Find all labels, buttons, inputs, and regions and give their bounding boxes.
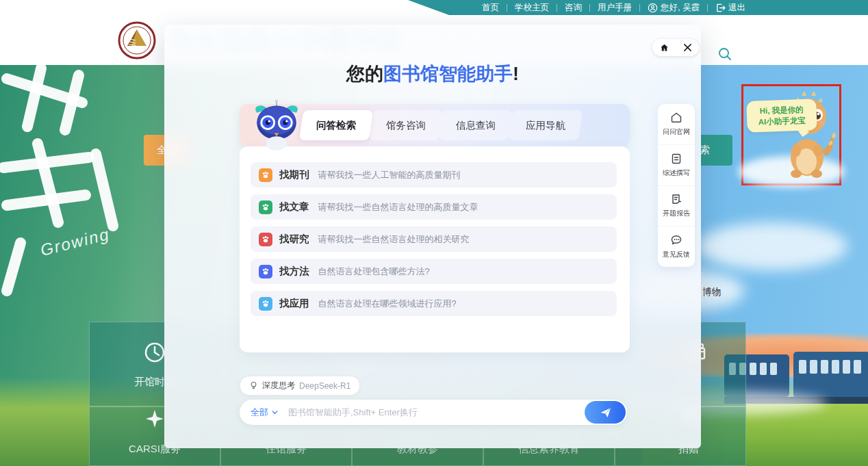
user-icon <box>648 3 658 13</box>
close-button[interactable] <box>683 43 692 52</box>
tab-label: 信息查询 <box>456 119 496 132</box>
mascot-speech-bubble: Hi, 我是你的 AI小助手龙宝 <box>746 99 817 133</box>
tab-label: 应用导航 <box>526 119 565 132</box>
paw-icon <box>259 200 272 214</box>
logout-icon <box>715 3 726 13</box>
mascot-highlight-box: Hi, 我是你的 AI小助手龙宝 <box>741 84 841 185</box>
assistant-tabs: 问答检索 馆务咨询 信息查询 应用导航 <box>301 110 580 140</box>
paw-icon <box>259 297 272 311</box>
clock-icon <box>142 340 167 365</box>
university-seal-logo <box>118 21 156 60</box>
nav-home[interactable]: 首页 <box>474 2 507 14</box>
toolbar-label: 问问官网 <box>663 127 690 137</box>
model-name: DeepSeek-R1 <box>299 381 350 391</box>
suggestions-card: 找期刊 请帮我找一些人工智能的高质量期刊 找文章 请帮我找一些自然语言处理的高质… <box>240 146 630 352</box>
lightbulb-icon <box>249 381 258 390</box>
bubble-line-2: AI小助手龙宝 <box>750 114 815 127</box>
chat-input[interactable] <box>287 406 585 418</box>
suggestion-desc: 请帮我找一些自然语言处理的相关研究 <box>318 233 470 246</box>
home-icon <box>659 42 669 53</box>
star-icon <box>144 409 165 429</box>
greeting-text: 您好, 吴霞 <box>661 2 700 14</box>
suggestion-desc: 自然语言处理在哪些领域进行应用? <box>318 298 457 310</box>
suggestion-find-articles[interactable]: 找文章 请帮我找一些自然语言处理的高质量文章 <box>251 194 617 220</box>
toolbar-label: 开题报告 <box>663 209 690 218</box>
modal-title: 您的图书馆智能助手! <box>164 62 701 86</box>
nav-school-homepage[interactable]: 学校主页 <box>507 2 557 14</box>
search-icon[interactable] <box>717 47 732 62</box>
toolbar-label: 意见反馈 <box>663 250 690 259</box>
send-button[interactable] <box>585 401 626 424</box>
tab-label: 馆务咨询 <box>386 119 426 132</box>
report-icon <box>670 193 682 205</box>
paw-icon <box>259 168 272 182</box>
close-icon <box>683 43 692 52</box>
deep-think-label: 深度思考 <box>262 380 295 391</box>
cloud <box>697 222 847 270</box>
title-highlight: 图书馆智能助手 <box>383 64 513 84</box>
logout-button[interactable]: 退出 <box>708 2 753 14</box>
owl-robot-avatar <box>244 99 309 151</box>
suggestion-label: 找文章 <box>279 200 309 213</box>
tab-qa-search[interactable]: 问答检索 <box>301 110 371 140</box>
nav-user-manual[interactable]: 用户手册 <box>590 2 639 14</box>
title-bang: ! <box>513 64 519 84</box>
home-button[interactable] <box>659 42 669 53</box>
suggestion-find-research[interactable]: 找研究 请帮我找一些自然语言处理的相关研究 <box>251 226 617 252</box>
feedback-icon <box>670 234 682 246</box>
paper-plane-icon <box>600 407 611 418</box>
suggestion-label: 找方法 <box>279 265 309 278</box>
search-submit-button[interactable]: 索 <box>697 135 732 166</box>
tab-info-query[interactable]: 信息查询 <box>441 110 511 140</box>
chevron-down-icon <box>272 411 278 415</box>
document-icon <box>670 153 682 165</box>
suggestion-desc: 请帮我找一些人工智能的高质量期刊 <box>318 169 461 181</box>
suggestion-label: 找期刊 <box>279 168 309 181</box>
museum-link-fragment[interactable]: 博物 <box>702 286 721 298</box>
tab-app-navigation[interactable]: 应用导航 <box>511 110 580 140</box>
tab-library-consult[interactable]: 馆务咨询 <box>371 110 441 140</box>
scope-label: 全部 <box>251 406 268 419</box>
toolbar-feedback[interactable]: 意见反馈 <box>658 226 695 267</box>
scope-dropdown[interactable]: 全部 <box>251 406 278 419</box>
suggestion-desc: 请帮我找一些自然语言处理的高质量文章 <box>318 201 478 213</box>
paw-icon <box>259 265 272 279</box>
tab-label: 问答检索 <box>316 119 356 132</box>
suggestion-label: 找应用 <box>279 297 309 310</box>
toolbar-ask-official[interactable]: 问问官网 <box>658 104 695 144</box>
side-toolbar: 问问官网 综述撰写 开题报告 <box>658 104 695 267</box>
top-navigation-bar: 首页 学校主页 咨询 用户手册 您好, 吴霞 退出 <box>383 0 868 15</box>
suggestion-desc: 自然语言处理包含哪些方法? <box>318 266 430 278</box>
nav-consult[interactable]: 咨询 <box>557 2 589 14</box>
deep-think-toggle[interactable]: 深度思考 DeepSeek-R1 <box>240 376 360 396</box>
title-prefix: 您的 <box>346 64 383 84</box>
chat-input-bar: 全部 <box>240 400 627 425</box>
suggestion-label: 找研究 <box>279 233 309 246</box>
page: Growing 开馆时间 荐购 CARSI服务 住馆服务 教材教参 信息素养教育 <box>0 0 868 466</box>
user-greeting[interactable]: 您好, 吴霞 <box>640 2 707 14</box>
suggestion-find-journals[interactable]: 找期刊 请帮我找一些人工智能的高质量期刊 <box>251 162 617 187</box>
calligraphy-art <box>0 65 164 339</box>
chat-home-icon <box>670 112 682 124</box>
ai-assistant-modal: 您的图书馆智能助手! 问答检索 馆务咨询 信息查询 应用导航 <box>164 25 701 448</box>
toolbar-label: 综述撰写 <box>663 168 690 178</box>
suggestion-find-applications[interactable]: 找应用 自然语言处理在哪些领域进行应用? <box>251 291 617 316</box>
toolbar-review-writing[interactable]: 综述撰写 <box>658 144 695 185</box>
paw-icon <box>259 233 272 246</box>
suggestion-find-methods[interactable]: 找方法 自然语言处理包含哪些方法? <box>251 259 617 284</box>
logout-text: 退出 <box>728 2 745 14</box>
toolbar-proposal-report[interactable]: 开题报告 <box>658 185 695 226</box>
modal-window-controls <box>652 39 699 56</box>
